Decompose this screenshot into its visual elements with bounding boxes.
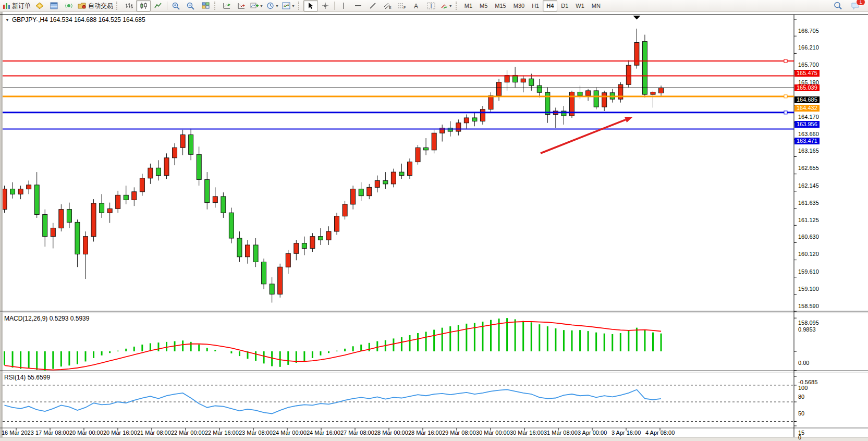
zoom-in-button[interactable] (169, 0, 184, 11)
chevron-down-icon: ▼ (291, 4, 295, 8)
fibonacci-tool-button[interactable]: F (395, 0, 409, 11)
text-label-icon: T (427, 2, 435, 9)
time-axis-label: 23 Mar 08:00 (239, 430, 273, 436)
level-handle[interactable] (784, 95, 787, 98)
price-tick-label: 160.120 (798, 251, 819, 257)
time-axis-label: 4 Apr 08:00 (645, 430, 675, 436)
add-indicator-button[interactable]: ▼ (249, 0, 265, 11)
time-axis-label: 3 Apr 00:00 (578, 430, 607, 436)
price-level-badge: 163.471 (794, 138, 820, 144)
toolbar-separator (167, 2, 167, 10)
toolbar-grip[interactable] (116, 2, 119, 10)
svg-text:E: E (389, 6, 392, 9)
candle (432, 130, 436, 154)
toolbar-separator (334, 2, 335, 10)
time-axis-label: 22 Mar 00:00 (171, 430, 205, 436)
arrows-tool-button[interactable]: ▼ (438, 0, 454, 11)
time-axis-label: 28 Mar 16:00 (408, 430, 442, 436)
toolbar-grip[interactable] (298, 2, 301, 10)
candlestick-chart-button[interactable] (136, 0, 151, 11)
timeframe-w1-button[interactable]: W1 (572, 0, 588, 11)
search-button[interactable] (830, 0, 845, 11)
text-label-tool-button[interactable]: T (424, 0, 438, 11)
svg-text:A: A (414, 3, 418, 9)
timeframe-m15-button[interactable]: M15 (491, 0, 509, 11)
timeframe-h4-button[interactable]: H4 (543, 0, 557, 11)
price-tick-label: 166.210 (798, 44, 819, 51)
notifications-button[interactable]: 1 (848, 0, 863, 11)
candle (415, 145, 420, 165)
chart-title-text: GBPJPY-,H4 164.534 164.688 164.525 164.6… (12, 16, 145, 23)
time-axis-label: 24 Mar 00:00 (273, 430, 307, 436)
macd-tick-label: 0.00 (798, 360, 809, 366)
auto-trading-icon (78, 2, 87, 9)
collapse-triangle-icon[interactable]: ▼ (5, 18, 9, 22)
candlestick-chart-icon (140, 2, 148, 9)
rsi-tick-label: 0 (798, 434, 801, 440)
text-tool-button[interactable]: A (409, 0, 424, 11)
data-window-icon (50, 2, 58, 9)
timeframe-m1-button[interactable]: M1 (461, 0, 476, 11)
periods-button[interactable]: ▼ (265, 0, 280, 11)
price-tick-label: 164.170 (798, 114, 819, 120)
price-tick-label: 158.590 (798, 303, 819, 309)
templates-button[interactable]: ▼ (280, 0, 297, 11)
charts-profile-icon (35, 2, 44, 9)
data-window-button[interactable] (47, 0, 62, 11)
auto-trading-button[interactable]: 自动交易 (76, 0, 115, 11)
tile-windows-button[interactable] (198, 0, 213, 11)
price-tick-label: 161.635 (798, 200, 819, 206)
vertical-line-tool-button[interactable] (336, 0, 351, 11)
rsi-tick-label: 50 (798, 410, 804, 416)
trendline-icon (369, 2, 376, 9)
timeframe-m5-button[interactable]: M5 (476, 0, 491, 11)
cursor-tool-button[interactable] (303, 0, 318, 11)
price-tick-label: 159.100 (798, 286, 819, 292)
candle (2, 186, 7, 213)
signals-button[interactable] (62, 0, 76, 11)
tile-windows-icon (202, 2, 210, 9)
toolbar-grip[interactable] (456, 2, 459, 10)
new-order-button[interactable]: 新订单 (1, 0, 32, 11)
add-indicator-icon (250, 2, 259, 9)
crosshair-tool-button[interactable] (318, 0, 333, 11)
price-tick-label: 162.145 (798, 182, 819, 189)
chevron-down-icon: ▼ (260, 4, 263, 8)
indicator-window-up-button[interactable] (219, 0, 234, 11)
timeframe-buttons: M1M5M15M30H1H4D1W1MN (461, 0, 604, 11)
time-axis-label: 28 Mar 00:00 (374, 430, 408, 436)
arrows-icon (440, 2, 448, 9)
timeframe-m30-button[interactable]: M30 (510, 0, 528, 11)
line-chart-button[interactable] (151, 0, 165, 11)
level-handle[interactable] (784, 59, 787, 63)
price-tick-label: 161.125 (798, 217, 819, 223)
time-axis-label: 16 Mar 2023 (2, 430, 34, 436)
horizontal-line-tool-button[interactable] (351, 0, 365, 11)
trendline-tool-button[interactable] (365, 0, 380, 11)
time-axis-label: 30 Mar 00:00 (476, 430, 510, 436)
candle (594, 87, 598, 109)
vertical-line-icon (340, 2, 347, 9)
equidistant-channel-icon: E (383, 2, 392, 9)
time-axis-label: 22 Mar 16:00 (205, 430, 239, 436)
notification-count-badge: 1 (856, 0, 865, 6)
price-tick-label: 159.610 (798, 268, 819, 275)
price-tick-label: 162.655 (798, 165, 819, 171)
time-axis-label: 17 Mar 08:00 (35, 430, 69, 436)
svg-text:F: F (404, 6, 406, 9)
crosshair-icon (322, 2, 329, 9)
price-level-badge: 165.475 (794, 70, 820, 77)
zoom-out-button[interactable] (184, 0, 198, 11)
timeframe-mn-button[interactable]: MN (588, 0, 604, 11)
level-handle[interactable] (784, 111, 787, 114)
price-level-badge: 164.685 (794, 96, 820, 103)
equidistant-channel-tool-button[interactable]: E (380, 0, 395, 11)
timeframe-h1-button[interactable]: H1 (528, 0, 543, 11)
timeframe-d1-button[interactable]: D1 (557, 0, 572, 11)
charts-profile-button[interactable] (32, 0, 47, 11)
toolbar-grip[interactable] (214, 2, 217, 10)
chart-canvas[interactable] (0, 12, 868, 441)
time-axis-label: 30 Mar 16:00 (510, 430, 544, 436)
bar-chart-button[interactable] (121, 0, 136, 11)
indicator-window-down-button[interactable] (234, 0, 249, 11)
